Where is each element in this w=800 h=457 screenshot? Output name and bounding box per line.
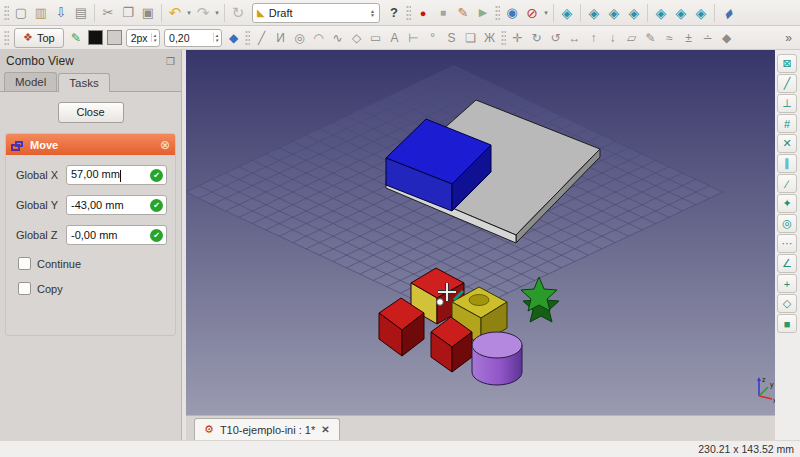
toolbar-grip[interactable] [245, 30, 250, 46]
view-left-icon[interactable]: ◈ [691, 3, 711, 23]
undo-icon[interactable]: ↶ [165, 3, 185, 23]
autogroup-icon[interactable]: ◆ [224, 28, 243, 47]
view-axonometric-icon[interactable]: ◈ [557, 3, 577, 23]
purple-cylinder[interactable] [472, 332, 522, 385]
draft-text-icon[interactable]: A [385, 28, 404, 47]
new-file-icon[interactable]: ▢ [11, 3, 31, 23]
view-front-icon[interactable]: ◈ [584, 3, 604, 23]
snap-midpoint-icon[interactable]: ∕ [777, 174, 797, 193]
draft-point-icon[interactable]: ° [423, 28, 442, 47]
view-top-icon[interactable]: ◈ [604, 3, 624, 23]
draft-rectangle-icon[interactable]: ▭ [366, 28, 385, 47]
macro-record-icon[interactable]: ● [413, 3, 433, 23]
collapse-panel-icon[interactable]: ⊗ [160, 138, 170, 152]
snap-endpoint-icon[interactable]: ╱ [777, 74, 797, 93]
draft-scale-icon[interactable]: ▱ [622, 28, 641, 47]
draft-shape2dview-icon[interactable]: ◆ [717, 28, 736, 47]
redo-dropdown-icon[interactable]: ▾ [213, 9, 221, 17]
draft-line-icon[interactable]: ╱ [252, 28, 271, 47]
draft-rotate-icon[interactable]: ↻ [527, 28, 546, 47]
toolbar-grip[interactable] [4, 30, 9, 46]
draft-upgrade-icon[interactable]: ↑ [584, 28, 603, 47]
toolbar-grip[interactable] [406, 5, 411, 21]
measure-distance-icon[interactable]: ▰ [714, 0, 742, 27]
copy-icon[interactable]: ❐ [118, 3, 138, 23]
tab-tasks[interactable]: Tasks [58, 73, 109, 92]
copy-checkbox[interactable] [18, 282, 31, 295]
close-task-button[interactable]: Close [58, 102, 124, 123]
global-z-field[interactable]: -0,00 mm ✔ [66, 225, 167, 245]
scale-spinbox[interactable]: 0,20 ▴▾ [164, 29, 222, 47]
snap-ortho-icon[interactable]: ◎ [777, 214, 797, 233]
macro-play-icon[interactable]: ▶ [473, 3, 493, 23]
line-width-spinbox[interactable]: 2px ▴▾ [126, 29, 160, 47]
draft-downgrade-icon[interactable]: ↓ [603, 28, 622, 47]
view-bottom-icon[interactable]: ◈ [671, 3, 691, 23]
snap-parallel-icon[interactable]: ∥ [777, 154, 797, 173]
draft-add-point-icon[interactable]: ± [679, 28, 698, 47]
view-rear-icon[interactable]: ◈ [651, 3, 671, 23]
snap-working-plane-icon[interactable]: ■ [777, 314, 797, 333]
draft-offset-icon[interactable]: ↺ [546, 28, 565, 47]
draft-wire-icon[interactable]: И [271, 28, 290, 47]
toolbar-grip[interactable] [495, 5, 500, 21]
snap-perpendicular-icon[interactable]: ⊥ [777, 94, 797, 113]
draft-trimex-icon[interactable]: ↔ [565, 28, 584, 47]
spin-arrows-icon[interactable]: ▴▾ [213, 33, 221, 42]
snap-center-icon[interactable]: ✦ [777, 194, 797, 213]
spin-arrows-icon[interactable]: ▴▾ [151, 33, 159, 42]
open-file-icon[interactable]: ▥ [31, 3, 51, 23]
view-right-icon[interactable]: ◈ [624, 3, 644, 23]
toolbar-overflow-icon[interactable]: » [779, 28, 798, 47]
global-x-field[interactable]: 57,00 mm ✔ [66, 165, 167, 185]
draft-bspline-icon[interactable]: ∿ [328, 28, 347, 47]
construction-mode-icon[interactable]: ✎ [67, 28, 86, 47]
draft-shapestring-icon[interactable]: S [442, 28, 461, 47]
face-color-swatch[interactable] [107, 30, 122, 45]
paste-icon[interactable]: ▣ [138, 3, 158, 23]
redo-icon[interactable]: ↷ [193, 3, 213, 23]
snap-lock-icon[interactable]: ⊠ [777, 54, 797, 73]
cut-icon[interactable]: ✂ [98, 3, 118, 23]
snap-intersection-icon[interactable]: ✕ [777, 134, 797, 153]
toolbar-grip[interactable] [501, 30, 506, 46]
3d-viewport[interactable]: z y x [186, 50, 775, 415]
move-panel-header[interactable]: Move ⊗ [6, 134, 175, 155]
snap-special-icon[interactable]: + [777, 274, 797, 293]
toolbar-grip[interactable] [4, 5, 9, 21]
draft-dimension-icon[interactable]: ⊢ [404, 28, 423, 47]
combo-arrows-icon[interactable]: ▲▼ [370, 9, 375, 17]
draft-polygon-icon[interactable]: ◇ [347, 28, 366, 47]
draw-style-icon[interactable]: ⊘ [522, 3, 542, 23]
draft-edit-icon[interactable]: ✎ [641, 28, 660, 47]
fit-all-icon[interactable]: ◉ [502, 3, 522, 23]
refresh-icon[interactable]: ↻ [228, 3, 248, 23]
macro-edit-icon[interactable]: ✎ [453, 3, 473, 23]
whats-this-icon[interactable]: ? [384, 3, 404, 23]
macro-stop-icon[interactable]: ■ [433, 3, 453, 23]
snap-extension-icon[interactable]: ⋯ [777, 234, 797, 253]
float-panel-icon[interactable]: ❐ [166, 56, 175, 67]
draft-circle-icon[interactable]: ◎ [290, 28, 309, 47]
workbench-selector[interactable]: ◣ Draft ▲▼ [252, 3, 380, 23]
close-document-icon[interactable]: ✕ [321, 424, 329, 435]
document-tab[interactable]: ⚙ T10-ejemplo-ini : 1* ✕ [194, 418, 340, 440]
line-color-swatch[interactable] [88, 30, 103, 45]
draw-style-dropdown-icon[interactable]: ▾ [542, 9, 550, 17]
undo-dropdown-icon[interactable]: ▾ [185, 9, 193, 17]
draft-del-point-icon[interactable]: ∸ [698, 28, 717, 47]
draft-move-icon[interactable]: ✛ [508, 28, 527, 47]
draft-bezier-icon[interactable]: Ж [480, 28, 499, 47]
draft-wire2bspline-icon[interactable]: ≈ [660, 28, 679, 47]
snap-grid-icon[interactable]: # [777, 114, 797, 133]
draft-arc-icon[interactable]: ◠ [309, 28, 328, 47]
snap-near-icon[interactable]: ◇ [777, 294, 797, 313]
draft-facebinder-icon[interactable]: ❏ [461, 28, 480, 47]
tab-model[interactable]: Model [4, 72, 57, 91]
snap-angle-icon[interactable]: ∠ [777, 254, 797, 273]
continue-checkbox[interactable] [18, 257, 31, 270]
global-y-field[interactable]: -43,00 mm ✔ [66, 195, 167, 215]
working-plane-button[interactable]: ❖ Top [14, 28, 64, 48]
print-icon[interactable]: ▤ [71, 3, 91, 23]
save-icon[interactable]: ⇩ [51, 3, 71, 23]
